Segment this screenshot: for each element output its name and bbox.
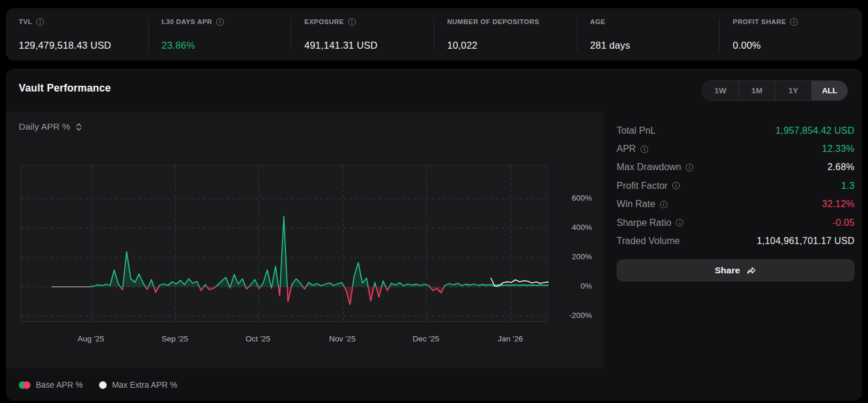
info-icon[interactable]: i <box>36 18 44 26</box>
stat-l30-days-apr: L30 DAYS APRi23.86% <box>148 18 291 51</box>
metric-selector-dropdown[interactable]: Daily APR % <box>19 121 82 132</box>
stats-bar: TVLi129,479,518.43 USDL30 DAYS APRi23.86… <box>6 8 862 60</box>
stat-exposure: EXPOSUREi491,141.31 USD <box>291 18 434 51</box>
metric-label: Traded Volume <box>617 236 680 246</box>
chart-legend: Base APR %Max Extra APR % <box>19 380 177 390</box>
legend-item-dual[interactable]: Base APR % <box>19 380 83 390</box>
stat-age: AGE281 days <box>577 18 720 51</box>
metric-label-text: Traded Volume <box>617 236 680 246</box>
info-icon[interactable]: i <box>348 18 356 26</box>
legend-label: Base APR % <box>36 380 83 390</box>
stat-value: 0.00% <box>733 40 862 51</box>
stat-label: PROFIT SHAREi <box>733 18 862 26</box>
metric-label-text: Profit Factor <box>617 181 668 191</box>
legend-label: Max Extra APR % <box>112 380 177 390</box>
base-apr-area-positive <box>52 216 549 304</box>
y-tick-label: -200% <box>551 310 592 321</box>
stat-label: NUMBER OF DEPOSITORS <box>447 18 577 25</box>
metric-value: 12.33% <box>822 144 855 154</box>
info-icon[interactable]: i <box>676 219 683 226</box>
y-tick-label: 0% <box>551 281 592 292</box>
stat-value: 281 days <box>590 40 720 51</box>
share-button-label: Share <box>714 265 740 276</box>
max-extra-apr-swatch-icon <box>99 381 107 389</box>
y-tick-label: 200% <box>551 252 592 262</box>
y-tick-label: 400% <box>551 222 592 233</box>
range-button-all[interactable]: ALL <box>811 81 847 100</box>
stat-label: EXPOSUREi <box>304 18 434 26</box>
metric-value: 1,104,961,701.17 USD <box>757 236 855 246</box>
metric-row-total-pnl: Total PnL1,957,854.42 USD <box>617 121 855 140</box>
x-tick-label: Oct '25 <box>246 334 270 343</box>
stat-value: 10,022 <box>447 40 577 51</box>
stat-value: 23.86% <box>162 40 291 51</box>
stat-tvl: TVLi129,479,518.43 USD <box>6 18 148 51</box>
metric-value: 32.12% <box>822 199 855 209</box>
stat-label-text: AGE <box>590 18 605 25</box>
metric-value: 1.3 <box>841 181 855 191</box>
stat-label-text: L30 DAYS APR <box>162 18 212 25</box>
range-button-1y[interactable]: 1Y <box>775 81 811 100</box>
stat-value: 491,141.31 USD <box>304 40 434 51</box>
page-title: Vault Performance <box>19 82 111 94</box>
metric-value: 2.68% <box>828 162 855 172</box>
vault-dashboard-page: TVLi129,479,518.43 USDL30 DAYS APRi23.86… <box>0 0 868 403</box>
metric-label-text: Sharpe Ratio <box>617 218 671 228</box>
metric-label-text: APR <box>617 144 636 154</box>
metric-label-text: Max Drawdown <box>617 162 681 172</box>
stat-label: L30 DAYS APRi <box>162 18 291 26</box>
metric-row-sharpe-ratio: Sharpe Ratioi-0.05 <box>617 214 855 232</box>
metric-row-profit-factor: Profit Factori1.3 <box>617 177 855 195</box>
metric-label: Win Ratei <box>617 199 668 209</box>
x-tick-label: Nov '25 <box>329 334 356 343</box>
stat-label: TVLi <box>19 18 148 26</box>
stat-label-text: EXPOSURE <box>304 18 344 25</box>
chart-plot-area[interactable] <box>21 165 548 322</box>
apr-chart-svg <box>21 165 549 323</box>
info-icon[interactable]: i <box>641 145 648 153</box>
y-tick-label: 600% <box>551 193 592 204</box>
vault-performance-card: Vault Performance 1W1M1YALL Daily APR % … <box>6 69 862 401</box>
range-button-1w[interactable]: 1W <box>702 81 738 100</box>
metric-label-text: Win Rate <box>617 199 655 209</box>
legend-item-white[interactable]: Max Extra APR % <box>99 380 177 390</box>
x-tick-label: Dec '25 <box>413 334 439 343</box>
info-icon[interactable]: i <box>216 18 224 26</box>
metric-row-max-drawdown: Max Drawdowni2.68% <box>617 158 855 177</box>
metrics-panel: Total PnL1,957,854.42 USDAPRi12.33%Max D… <box>617 121 855 250</box>
info-icon[interactable]: i <box>790 18 798 26</box>
metric-label: APRi <box>617 144 648 154</box>
metric-label-text: Total PnL <box>617 126 656 136</box>
info-icon[interactable]: i <box>686 164 693 171</box>
metric-value: -0.05 <box>833 218 855 228</box>
range-button-1m[interactable]: 1M <box>738 81 775 100</box>
metric-row-apr: APRi12.33% <box>617 140 855 158</box>
x-tick-label: Jan '26 <box>498 334 523 343</box>
metric-label: Total PnL <box>617 126 656 136</box>
stat-value: 129,479,518.43 USD <box>19 40 148 51</box>
time-range-group: 1W1M1YALL <box>702 80 848 101</box>
x-tick-label: Aug '25 <box>77 334 104 343</box>
metric-label: Max Drawdowni <box>617 162 693 172</box>
metric-selector-label: Daily APR % <box>19 121 70 132</box>
x-tick-label: Sep '25 <box>162 334 188 343</box>
stat-profit-share: PROFIT SHAREi0.00% <box>719 18 862 51</box>
info-icon[interactable]: i <box>660 201 668 208</box>
stat-label-text: PROFIT SHARE <box>733 18 786 25</box>
metric-label: Sharpe Ratioi <box>617 218 683 228</box>
stat-label: AGE <box>590 18 720 25</box>
base-apr-swatch-icon <box>19 381 30 389</box>
info-icon[interactable]: i <box>672 182 680 189</box>
metric-value: 1,957,854.42 USD <box>775 126 855 136</box>
metric-row-traded-volume: Traded Volume1,104,961,701.17 USD <box>617 232 855 250</box>
stat-label-text: NUMBER OF DEPOSITORS <box>447 18 539 25</box>
stat-label-text: TVL <box>19 18 32 25</box>
stat-number-of-depositors: NUMBER OF DEPOSITORS10,022 <box>434 18 577 51</box>
updown-chevron-icon <box>76 123 82 131</box>
share-button[interactable]: Share <box>617 259 855 282</box>
share-icon <box>746 266 757 275</box>
chart-section: Daily APR % 600%400%200%0%-200% Aug '25S… <box>6 111 604 368</box>
metric-label: Profit Factori <box>617 181 680 191</box>
metric-row-win-rate: Win Ratei32.12% <box>617 195 855 214</box>
